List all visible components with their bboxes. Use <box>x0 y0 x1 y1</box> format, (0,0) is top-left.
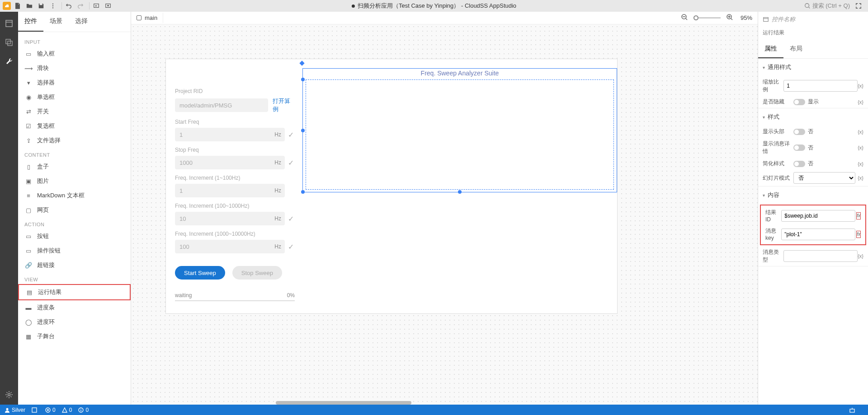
more-icon[interactable] <box>48 1 58 11</box>
search-input[interactable]: 搜索 (Ctrl + Q) <box>804 2 850 10</box>
disk-icon[interactable] <box>32 407 39 413</box>
widget-markdown[interactable]: ≡MarkDown 文本框 <box>18 188 131 203</box>
svg-point-2 <box>52 7 53 8</box>
section-general-toggle[interactable]: ▾通用样式 <box>758 59 868 76</box>
widget-radio[interactable]: ◉单选框 <box>18 90 131 104</box>
canvas-tab-main[interactable]: main <box>131 13 163 23</box>
widget-select[interactable]: ▾选择器 <box>18 75 131 90</box>
widget-slider[interactable]: ⟿滑块 <box>18 61 131 75</box>
widget-webpage[interactable]: ▢网页 <box>18 203 131 217</box>
notification-icon[interactable] <box>849 407 857 413</box>
widget-checkbox[interactable]: ☑复选框 <box>18 119 131 133</box>
stage[interactable]: Project RID 打开算例 Start Freq Hz✓ Stop Fre… <box>165 59 618 314</box>
inc1-input[interactable] <box>175 184 271 197</box>
widget-result[interactable]: ▤运行结果 <box>18 284 131 300</box>
result-id-input[interactable] <box>781 210 855 222</box>
webpage-icon: ▢ <box>24 206 33 214</box>
rail-layers-icon[interactable] <box>3 36 15 49</box>
run-icon[interactable] <box>103 1 113 11</box>
start-freq-input[interactable] <box>175 128 271 141</box>
tab-scenes[interactable]: 场景 <box>43 12 69 32</box>
stop-freq-input[interactable] <box>175 156 271 169</box>
canvas[interactable]: Project RID 打开算例 Start Freq Hz✓ Stop Fre… <box>131 24 758 405</box>
handle-left-mid[interactable] <box>301 129 305 132</box>
preview-icon[interactable] <box>91 1 101 11</box>
simple-toggle[interactable] <box>793 161 805 167</box>
widget-progress-ring[interactable]: ◯进度环 <box>18 315 131 329</box>
fx-icon[interactable]: {x} <box>858 253 863 259</box>
progress-ring-icon: ◯ <box>24 318 33 326</box>
undo-icon[interactable] <box>64 1 74 11</box>
redo-icon[interactable] <box>75 1 85 11</box>
zoom-slider[interactable] <box>693 17 721 19</box>
widget-input[interactable]: ▭输入框 <box>18 47 131 61</box>
new-file-icon[interactable] <box>13 1 23 11</box>
show-header-toggle[interactable] <box>793 129 805 135</box>
widget-file[interactable]: ⇪文件选择 <box>18 133 131 148</box>
fx-icon[interactable]: {x} <box>855 99 863 105</box>
tab-attr[interactable]: 属性 <box>758 40 783 58</box>
start-sweep-button[interactable]: Start Sweep <box>175 266 225 280</box>
msg-type-input[interactable] <box>783 250 858 262</box>
widget-link[interactable]: 🔗超链接 <box>18 258 131 272</box>
save-icon[interactable] <box>36 1 46 11</box>
widget-switch[interactable]: ⇄开关 <box>18 104 131 119</box>
widget-image[interactable]: ▣图片 <box>18 174 131 188</box>
tab-layout[interactable]: 布局 <box>783 40 809 58</box>
button-icon: ▭ <box>24 232 33 240</box>
rail-pages-icon[interactable] <box>3 17 15 30</box>
tab-select[interactable]: 选择 <box>69 12 94 32</box>
scale-input[interactable] <box>783 80 858 92</box>
msg-key-input[interactable] <box>781 228 855 240</box>
hidden-toggle[interactable] <box>793 99 805 105</box>
widget-button[interactable]: ▭按钮 <box>18 229 131 243</box>
show-msg-toggle[interactable] <box>793 145 805 151</box>
svg-point-6 <box>805 4 809 8</box>
msg-key-label: 消息 key <box>765 227 781 241</box>
fx-button[interactable]: fx <box>856 231 861 238</box>
rotate-handle[interactable] <box>299 61 304 65</box>
widget-box[interactable]: ▯盒子 <box>18 159 131 174</box>
progress-bar-icon: ▬ <box>24 303 33 312</box>
fullscreen-icon[interactable] <box>854 1 863 11</box>
widget-name-field[interactable]: 控件名称 <box>758 12 868 27</box>
section-content-toggle[interactable]: ▾内容 <box>758 187 868 204</box>
tab-widgets[interactable]: 控件 <box>18 12 43 32</box>
widget-substage[interactable]: ▦子舞台 <box>18 329 131 344</box>
slide-select[interactable]: 否 <box>793 172 855 184</box>
error-count[interactable]: 0 <box>45 407 56 413</box>
user-badge[interactable]: Silver <box>5 407 25 413</box>
info-count[interactable]: 0 <box>78 407 89 413</box>
waiting-label: waiting <box>175 292 192 298</box>
widget-type-label: 运行结果 <box>758 27 868 40</box>
project-rid-input[interactable] <box>175 98 268 112</box>
widget-progress-bar[interactable]: ▬进度条 <box>18 300 131 315</box>
fx-icon[interactable]: {x} <box>855 129 863 135</box>
open-file-icon[interactable] <box>24 1 34 11</box>
fx-icon[interactable]: {x} <box>855 161 863 167</box>
h-scrollbar[interactable] <box>276 401 411 405</box>
handle-left-top[interactable] <box>301 78 305 81</box>
link-icon: 🔗 <box>24 261 33 269</box>
fx-button[interactable]: fx <box>856 212 861 219</box>
app-logo-icon[interactable] <box>3 2 11 10</box>
zoom-out-icon[interactable] <box>681 14 688 22</box>
rail-settings-icon[interactable] <box>3 388 15 401</box>
selected-result-widget[interactable]: Freq. Sweep Analyzer Suite <box>302 68 617 192</box>
fx-icon[interactable]: {x} <box>855 175 863 181</box>
warn-count[interactable]: 0 <box>62 407 72 413</box>
widget-action-button[interactable]: ▭操作按钮 <box>18 243 131 258</box>
result-id-label: 结果 ID <box>765 209 781 223</box>
stop-sweep-button[interactable]: Stop Sweep <box>232 266 282 280</box>
inc3-input[interactable] <box>175 240 271 253</box>
rail-tools-icon[interactable] <box>3 55 15 68</box>
fx-icon[interactable]: {x} <box>855 145 863 150</box>
inc2-input[interactable] <box>175 212 271 225</box>
handle-left-bottom[interactable] <box>301 190 305 194</box>
inc1-label: Freq. Increment (1~100Hz) <box>175 175 295 181</box>
section-style-toggle[interactable]: ▾样式 <box>758 108 868 126</box>
open-case-link[interactable]: 打开算例 <box>273 97 295 113</box>
zoom-in-icon[interactable] <box>726 14 733 22</box>
fx-icon[interactable]: {x} <box>858 83 863 89</box>
handle-bottom-mid[interactable] <box>458 190 462 194</box>
